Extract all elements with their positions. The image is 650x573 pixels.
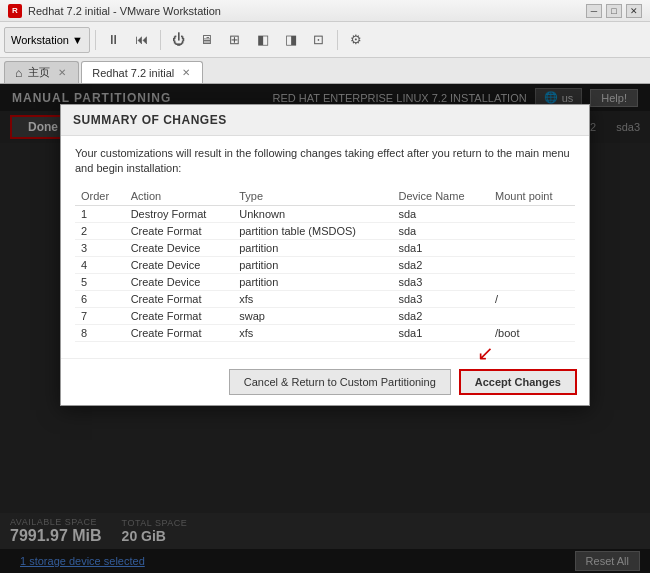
summary-dialog: SUMMARY OF CHANGES Your customizations w…	[60, 104, 590, 406]
cell-action: Create Format	[125, 307, 234, 324]
tab-home-label: 主页	[28, 65, 50, 80]
cell-order: 6	[75, 290, 125, 307]
vm-screen: MANUAL PARTITIONING RED HAT ENTERPRISE L…	[0, 84, 650, 573]
snapshot-button[interactable]: ⏮	[129, 27, 155, 53]
cell-type: Unknown	[233, 205, 392, 222]
col-action: Action	[125, 187, 234, 206]
toolbar: Workstation ▼ ⏸ ⏮ ⏻ 🖥 ⊞ ◧ ◨ ⊡ ⚙	[0, 22, 650, 58]
usb-button[interactable]: ⊞	[222, 27, 248, 53]
cell-order: 7	[75, 307, 125, 324]
cell-mount	[489, 239, 575, 256]
cell-type: xfs	[233, 324, 392, 341]
cell-mount	[489, 256, 575, 273]
dialog-overlay: SUMMARY OF CHANGES Your customizations w…	[0, 84, 650, 573]
cell-mount	[489, 205, 575, 222]
toolbar-sep-3	[337, 30, 338, 50]
vm-content-area: MANUAL PARTITIONING RED HAT ENTERPRISE L…	[0, 84, 650, 573]
accept-changes-button[interactable]: Accept Changes	[459, 369, 577, 395]
cell-order: 8	[75, 324, 125, 341]
cell-action: Create Device	[125, 256, 234, 273]
maximize-button[interactable]: □	[606, 4, 622, 18]
cell-order: 4	[75, 256, 125, 273]
cell-device: sda	[393, 222, 490, 239]
cell-mount: /boot	[489, 324, 575, 341]
audio-button[interactable]: ◨	[278, 27, 304, 53]
cell-type: partition	[233, 273, 392, 290]
cell-device: sda3	[393, 273, 490, 290]
cell-order: 3	[75, 239, 125, 256]
dropdown-icon: ▼	[72, 34, 83, 46]
col-type: Type	[233, 187, 392, 206]
pause-button[interactable]: ⏸	[101, 27, 127, 53]
cell-mount	[489, 307, 575, 324]
table-row: 1Destroy FormatUnknownsda	[75, 205, 575, 222]
home-icon: ⌂	[15, 66, 22, 80]
cell-device: sda2	[393, 307, 490, 324]
dialog-footer: Cancel & Return to Custom Partitioning A…	[61, 358, 589, 405]
fullscreen-button[interactable]: ⊡	[306, 27, 332, 53]
tab-vm-close[interactable]: ✕	[180, 66, 192, 79]
cell-order: 5	[75, 273, 125, 290]
cell-device: sda3	[393, 290, 490, 307]
dialog-body: Your customizations will result in the f…	[61, 136, 589, 352]
table-row: 6Create Formatxfssda3/	[75, 290, 575, 307]
col-order: Order	[75, 187, 125, 206]
cell-device: sda	[393, 205, 490, 222]
tab-vm[interactable]: Redhat 7.2 initial ✕	[81, 61, 203, 83]
title-bar: R Redhat 7.2 initial - VMware Workstatio…	[0, 0, 650, 22]
cell-type: swap	[233, 307, 392, 324]
tab-home[interactable]: ⌂ 主页 ✕	[4, 61, 79, 83]
tab-vm-label: Redhat 7.2 initial	[92, 67, 174, 79]
table-row: 5Create Devicepartitionsda3	[75, 273, 575, 290]
cancel-button[interactable]: Cancel & Return to Custom Partitioning	[229, 369, 451, 395]
toolbar-sep-2	[160, 30, 161, 50]
app-icon: R	[8, 4, 22, 18]
cell-type: partition	[233, 239, 392, 256]
table-header-row: Order Action Type Device Name Mount poin…	[75, 187, 575, 206]
cell-device: sda1	[393, 324, 490, 341]
tab-bar: ⌂ 主页 ✕ Redhat 7.2 initial ✕	[0, 58, 650, 84]
display-button[interactable]: ◧	[250, 27, 276, 53]
table-row: 7Create Formatswapsda2	[75, 307, 575, 324]
close-button[interactable]: ✕	[626, 4, 642, 18]
tab-home-close[interactable]: ✕	[56, 66, 68, 79]
cell-order: 1	[75, 205, 125, 222]
toolbar-sep-1	[95, 30, 96, 50]
cell-mount: /	[489, 290, 575, 307]
col-device: Device Name	[393, 187, 490, 206]
table-row: 2Create Formatpartition table (MSDOS)sda	[75, 222, 575, 239]
dialog-description: Your customizations will result in the f…	[75, 146, 575, 177]
table-row: 3Create Devicepartitionsda1	[75, 239, 575, 256]
cell-mount	[489, 273, 575, 290]
cell-action: Create Format	[125, 290, 234, 307]
settings-button[interactable]: ⚙	[343, 27, 369, 53]
minimize-button[interactable]: ─	[586, 4, 602, 18]
table-row: 8Create Formatxfssda1/boot	[75, 324, 575, 341]
cell-device: sda1	[393, 239, 490, 256]
cell-type: xfs	[233, 290, 392, 307]
col-mount: Mount point	[489, 187, 575, 206]
dialog-header: SUMMARY OF CHANGES	[61, 105, 589, 136]
workstation-label: Workstation	[11, 34, 69, 46]
table-row: 4Create Devicepartitionsda2	[75, 256, 575, 273]
cell-action: Create Device	[125, 239, 234, 256]
cell-order: 2	[75, 222, 125, 239]
changes-table: Order Action Type Device Name Mount poin…	[75, 187, 575, 342]
cell-type: partition	[233, 256, 392, 273]
cell-action: Create Device	[125, 273, 234, 290]
cell-action: Destroy Format	[125, 205, 234, 222]
workstation-menu[interactable]: Workstation ▼	[4, 27, 90, 53]
cell-action: Create Format	[125, 324, 234, 341]
cell-device: sda2	[393, 256, 490, 273]
cell-mount	[489, 222, 575, 239]
cell-type: partition table (MSDOS)	[233, 222, 392, 239]
window-title: Redhat 7.2 initial - VMware Workstation	[28, 5, 586, 17]
window-controls: ─ □ ✕	[586, 4, 642, 18]
cell-action: Create Format	[125, 222, 234, 239]
power-button[interactable]: ⏻	[166, 27, 192, 53]
network-button[interactable]: 🖥	[194, 27, 220, 53]
